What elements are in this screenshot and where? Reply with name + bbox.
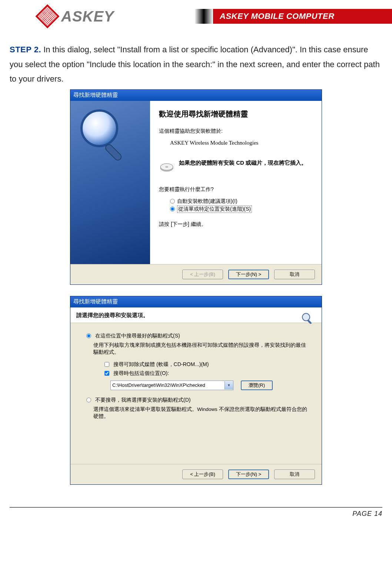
wizard-dialog-2: 尋找新增硬體精靈 請選擇您的搜尋和安裝選項。 在這些位置中搜尋最好的驅動程式(S… <box>70 296 322 485</box>
checkbox-removable-media[interactable]: 搜尋可卸除式媒體 (軟碟，CD-ROM...)(M) <box>84 361 308 368</box>
magnifier-icon <box>80 109 132 176</box>
chk-include-label: 搜尋時包括這個位置(O): <box>113 370 169 377</box>
svg-point-4 <box>165 166 168 168</box>
brand-banner: ASKEY MOBILE COMPUTER <box>213 9 392 24</box>
dialog2-body: 在這些位置中搜尋最好的驅動程式(S) 使用下列核取方塊來限制或擴充包括本機路徑和… <box>70 323 322 464</box>
dialog2-titlebar: 尋找新增硬體精靈 <box>70 296 322 307</box>
dialog1-welcome: 歡迎使用尋找新增硬體精靈 <box>159 109 314 119</box>
dialog2-next-button[interactable]: 下一步(N) > <box>228 470 269 479</box>
option-auto-install[interactable]: 自動安裝軟體(建議選項)(I) <box>159 198 314 205</box>
dialog1-next-button[interactable]: 下一步(N) > <box>228 270 269 279</box>
chk-removable-label: 搜尋可卸除式媒體 (軟碟，CD-ROM...)(M) <box>113 361 209 368</box>
dialog1-helpline: 這個精靈協助您安裝軟體於: <box>159 128 314 135</box>
wizard-dialog-1: 尋找新增硬體精靈 <box>70 89 322 285</box>
instruction-paragraph: STEP 2. In this dialog, select "Install … <box>0 29 392 89</box>
page-number: PAGE 14 <box>352 510 382 517</box>
option-advanced-install[interactable]: 從清單或特定位置安裝(進階)(S) <box>159 205 314 213</box>
radio-search[interactable] <box>86 333 91 338</box>
browse-button[interactable]: 瀏覽(R) <box>241 381 273 390</box>
page-footer: PAGE 14 <box>10 507 382 518</box>
dialog1-continue-hint: 請按 [下一步] 繼續。 <box>159 221 314 228</box>
dialog1-device-name: ASKEY Wireless Module Technologies <box>159 140 314 146</box>
option-advanced-label: 從清單或特定位置安裝(進階)(S) <box>177 205 252 213</box>
dialog2-subheader-text: 請選擇您的搜尋和安裝選項。 <box>76 312 149 318</box>
svg-point-0 <box>82 111 117 146</box>
svg-rect-6 <box>307 319 312 324</box>
chevron-down-icon[interactable]: ▾ <box>225 381 233 389</box>
cd-icon <box>159 159 175 175</box>
option-no-search-desc: 選擇這個選項來從清單中選取裝置驅動程式。Windows 不保證您所選取的驅動程式… <box>84 406 308 420</box>
dialog2-button-bar: < 上一步(B) 下一步(N) > 取消 <box>70 464 322 484</box>
dialog2-subheader: 請選擇您的搜尋和安裝選項。 <box>70 307 322 323</box>
dialog2-cancel-button[interactable]: 取消 <box>274 470 315 479</box>
header-gradient <box>195 9 213 24</box>
dialog1-cd-strong: 如果您的硬體附有安裝 CD 或磁片，現在將它插入。 <box>179 159 307 166</box>
option-search-locations[interactable]: 在這些位置中搜尋最好的驅動程式(S) <box>84 333 308 339</box>
page-header: ASKEY ASKEY MOBILE COMPUTER <box>0 0 392 29</box>
checkbox-include-location[interactable]: 搜尋時包括這個位置(O): <box>84 370 308 377</box>
svg-point-5 <box>302 313 310 321</box>
dialog1-button-bar: < 上一步(B) 下一步(N) > 取消 <box>70 264 322 284</box>
option-search-label: 在這些位置中搜尋最好的驅動程式(S) <box>95 333 180 339</box>
askey-logo-icon <box>35 4 59 28</box>
option-auto-label: 自動安裝軟體(建議選項)(I) <box>177 198 237 205</box>
brand-word: ASKEY <box>61 8 114 25</box>
dialog1-cancel-button[interactable]: 取消 <box>274 270 315 279</box>
dialog1-side-art <box>70 101 150 264</box>
instruction-text: In this dialog, select "Install from a l… <box>10 45 380 83</box>
chk-include[interactable] <box>104 371 109 376</box>
dialog1-cd-text: 如果您的硬體附有安裝 CD 或磁片，現在將它插入。 <box>179 159 307 167</box>
step-label: STEP 2. <box>10 45 41 54</box>
path-value: C:\HostDriver\target\Win32\WinXP\checked <box>111 382 225 388</box>
dialog1-titlebar: 尋找新增硬體精靈 <box>70 90 322 101</box>
magnifier-mini-icon <box>301 312 316 325</box>
radio-advanced[interactable] <box>170 207 175 211</box>
svg-rect-1 <box>104 143 122 161</box>
option-search-desc: 使用下列核取方塊來限制或擴充包括本機路徑和可卸除式媒體的預設搜尋，將安裝找到的最… <box>84 342 308 356</box>
dialog2-back-button[interactable]: < 上一步(B) <box>182 470 223 479</box>
option-no-search-label: 不要搜尋，我將選擇要安裝的驅動程式(D) <box>95 397 190 404</box>
dialog1-question: 您要精靈執行什麼工作? <box>159 186 314 193</box>
path-combobox[interactable]: C:\HostDriver\target\Win32\WinXP\checked… <box>110 381 233 390</box>
dialog1-main: 歡迎使用尋找新增硬體精靈 這個精靈協助您安裝軟體於: ASKEY Wireles… <box>150 101 322 264</box>
option-no-search[interactable]: 不要搜尋，我將選擇要安裝的驅動程式(D) <box>84 397 308 404</box>
radio-no-search[interactable] <box>86 398 91 402</box>
dialog1-back-button[interactable]: < 上一步(B) <box>182 270 223 279</box>
radio-auto[interactable] <box>170 199 175 204</box>
header-left: ASKEY <box>0 7 195 26</box>
chk-removable[interactable] <box>104 362 109 367</box>
